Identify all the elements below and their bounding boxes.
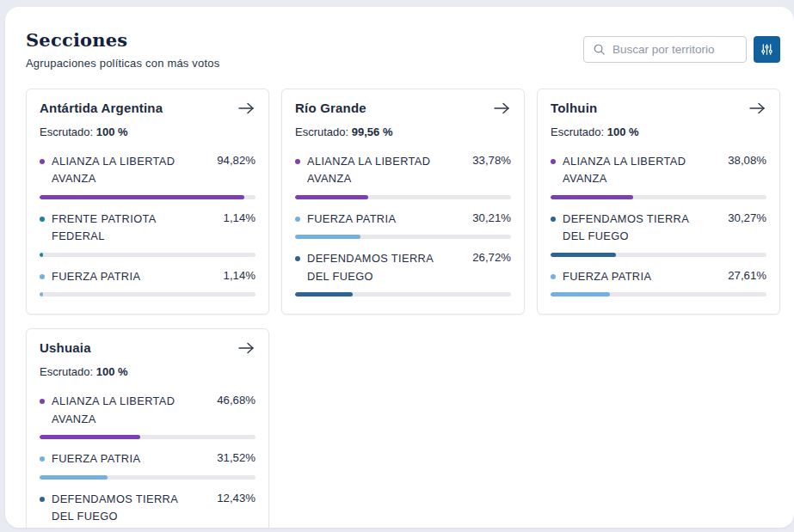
escrutado-value: 100 % — [607, 125, 639, 138]
party-row: DEFENDAMOS TIERRA DEL FUEGO 12,43% — [40, 491, 255, 528]
party-name-wrap: ALIANZA LA LIBERTAD AVANZA — [40, 153, 196, 188]
arrow-right-icon[interactable] — [237, 101, 255, 119]
party-color-dot — [40, 497, 45, 502]
party-progress-fill — [295, 235, 360, 239]
party-row: DEFENDAMOS TIERRA DEL FUEGO 30,27% — [551, 211, 766, 257]
section-title: Río Grande — [295, 101, 366, 115]
party-progress-fill — [551, 292, 610, 297]
party-row-head: FRENTE PATRIOTA FEDERAL 1,14% — [40, 211, 255, 246]
party-name-wrap: FUERZA PATRIA — [295, 211, 396, 228]
party-color-dot — [551, 159, 556, 164]
arrow-right-icon[interactable] — [748, 101, 766, 119]
escrutado-line: Escrutado: 100 % — [551, 125, 766, 138]
party-percentage: 38,08% — [728, 153, 766, 188]
party-name-wrap: FUERZA PATRIA — [40, 268, 140, 285]
party-name: ALIANZA LA LIBERTAD AVANZA — [563, 153, 707, 188]
title-block: Secciones Agrupaciones políticas con más… — [26, 29, 219, 70]
escrutado-label: Escrutado: — [551, 125, 607, 138]
party-color-dot — [40, 274, 45, 279]
section-card[interactable]: Ushuaia Escrutado: 100 % ALIANZA LA LIBE… — [26, 328, 269, 528]
party-row-head: ALIANZA LA LIBERTAD AVANZA 94,82% — [40, 153, 255, 188]
party-percentage: 94,82% — [217, 153, 255, 188]
party-name: FUERZA PATRIA — [563, 268, 651, 285]
party-progress-fill — [551, 195, 633, 199]
party-row-head: DEFENDAMOS TIERRA DEL FUEGO 26,72% — [295, 250, 511, 285]
party-name: ALIANZA LA LIBERTAD AVANZA — [52, 153, 196, 188]
escrutado-line: Escrutado: 100 % — [40, 365, 255, 378]
escrutado-label: Escrutado: — [295, 125, 352, 138]
party-row-head: FUERZA PATRIA 30,21% — [295, 211, 511, 228]
party-percentage: 1,14% — [224, 268, 255, 285]
party-row: ALIANZA LA LIBERTAD AVANZA 33,78% — [295, 153, 511, 199]
party-color-dot — [40, 456, 45, 462]
escrutado-label: Escrutado: — [40, 365, 96, 378]
party-percentage: 31,52% — [217, 450, 255, 468]
party-progress-track — [551, 195, 766, 199]
party-name-wrap: FRENTE PATRIOTA FEDERAL — [40, 211, 196, 246]
search-input[interactable] — [612, 43, 737, 56]
party-name-wrap: FUERZA PATRIA — [551, 268, 651, 285]
party-name-wrap: DEFENDAMOS TIERRA DEL FUEGO — [295, 250, 452, 285]
escrutado-line: Escrutado: 100 % — [40, 125, 255, 138]
escrutado-label: Escrutado: — [40, 125, 96, 138]
party-progress-track — [40, 253, 255, 257]
section-card-header: Ushuaia — [40, 340, 255, 358]
party-name: DEFENDAMOS TIERRA DEL FUEGO — [307, 250, 452, 285]
party-percentage: 26,72% — [472, 250, 511, 285]
party-row: ALIANZA LA LIBERTAD AVANZA 94,82% — [40, 153, 255, 199]
section-title: Ushuaia — [40, 340, 91, 355]
search-area — [583, 36, 780, 63]
filter-sliders-icon — [760, 43, 773, 56]
party-row: FRENTE PATRIOTA FEDERAL 1,14% — [40, 211, 255, 257]
party-progress-track — [40, 475, 255, 480]
party-color-dot — [295, 256, 300, 261]
party-progress-fill — [40, 475, 108, 480]
party-row: FUERZA PATRIA 1,14% — [40, 268, 255, 297]
party-percentage: 30,21% — [472, 211, 511, 228]
party-progress-track — [551, 292, 766, 297]
party-progress-fill — [40, 195, 244, 199]
section-card[interactable]: Tolhuin Escrutado: 100 % ALIANZA LA LIBE… — [537, 89, 780, 315]
party-progress-track — [40, 195, 255, 199]
escrutado-value: 99,56 % — [352, 125, 393, 138]
party-row-head: FUERZA PATRIA 1,14% — [40, 268, 255, 285]
party-color-dot — [295, 159, 300, 164]
party-row: ALIANZA LA LIBERTAD AVANZA 38,08% — [551, 153, 766, 199]
search-box[interactable] — [583, 36, 747, 63]
party-name-wrap: ALIANZA LA LIBERTAD AVANZA — [295, 153, 452, 188]
search-icon — [593, 43, 606, 56]
party-list: ALIANZA LA LIBERTAD AVANZA 38,08% DEFEND… — [551, 153, 766, 297]
filter-button[interactable] — [754, 36, 780, 63]
party-name-wrap: DEFENDAMOS TIERRA DEL FUEGO — [551, 211, 707, 246]
party-row-head: DEFENDAMOS TIERRA DEL FUEGO 12,43% — [40, 491, 255, 526]
arrow-right-icon[interactable] — [493, 101, 511, 119]
party-row: FUERZA PATRIA 27,61% — [551, 268, 766, 297]
party-name-wrap: ALIANZA LA LIBERTAD AVANZA — [551, 153, 707, 188]
party-percentage: 1,14% — [224, 211, 255, 246]
party-name: ALIANZA LA LIBERTAD AVANZA — [52, 393, 196, 428]
party-color-dot — [295, 217, 300, 222]
party-name: FUERZA PATRIA — [52, 450, 140, 468]
section-title: Tolhuin — [551, 101, 597, 115]
party-name-wrap: FUERZA PATRIA — [40, 450, 140, 468]
party-list: ALIANZA LA LIBERTAD AVANZA 94,82% FRENTE… — [40, 153, 255, 297]
escrutado-value: 100 % — [96, 365, 128, 378]
sections-grid: Antártida Argentina Escrutado: 100 % ALI… — [5, 75, 794, 528]
party-row-head: FUERZA PATRIA 27,61% — [551, 268, 766, 285]
section-card[interactable]: Antártida Argentina Escrutado: 100 % ALI… — [26, 89, 269, 315]
party-name-wrap: ALIANZA LA LIBERTAD AVANZA — [40, 393, 196, 428]
party-progress-track — [551, 253, 766, 257]
party-row-head: FUERZA PATRIA 31,52% — [40, 450, 255, 468]
party-color-dot — [40, 399, 45, 404]
party-percentage: 12,43% — [217, 491, 255, 526]
party-color-dot — [40, 217, 45, 222]
party-percentage: 46,68% — [217, 393, 255, 428]
section-card-header: Antártida Argentina — [40, 101, 255, 119]
arrow-right-icon[interactable] — [237, 341, 255, 358]
party-name: DEFENDAMOS TIERRA DEL FUEGO — [563, 211, 707, 246]
page-header: Secciones Agrupaciones políticas con más… — [5, 7, 794, 75]
party-name-wrap: DEFENDAMOS TIERRA DEL FUEGO — [40, 491, 196, 526]
section-card[interactable]: Río Grande Escrutado: 99,56 % ALIANZA LA… — [281, 89, 525, 315]
party-progress-fill — [295, 195, 368, 199]
escrutado-line: Escrutado: 99,56 % — [295, 125, 511, 138]
